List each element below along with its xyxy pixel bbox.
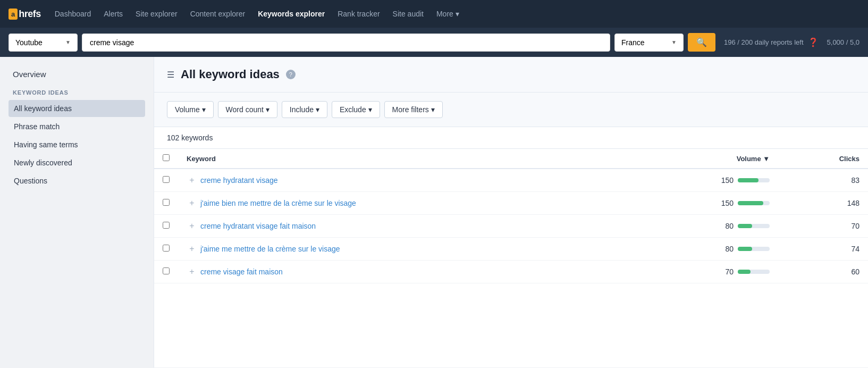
th-checkbox: [154, 149, 178, 169]
select-all-checkbox[interactable]: [163, 154, 170, 161]
main-layout: Overview KEYWORD IDEAS All keyword ideas…: [0, 57, 868, 367]
row-checkbox-1[interactable]: [163, 199, 170, 206]
keyword-link-2[interactable]: creme hydratant visage fait maison: [200, 222, 316, 230]
hamburger-icon[interactable]: ☰: [167, 70, 174, 80]
volume-value-3: 80: [715, 245, 734, 253]
filter-word-count[interactable]: Word count ▾: [218, 101, 277, 118]
volume-bar-track-1: [738, 201, 770, 205]
th-keyword[interactable]: Keyword: [178, 149, 627, 169]
filter-exclude[interactable]: Exclude ▾: [332, 101, 380, 118]
search-button[interactable]: 🔍: [688, 33, 715, 52]
th-clicks[interactable]: Clicks: [778, 149, 868, 169]
page-help-icon[interactable]: ?: [286, 70, 296, 79]
sidebar-item-all-keyword-ideas[interactable]: All keyword ideas: [9, 100, 145, 117]
nav-alerts[interactable]: Alerts: [98, 6, 128, 21]
keyword-link-1[interactable]: j'aime bien me mettre de la crème sur le…: [200, 199, 356, 207]
content-area: ☰ All keyword ideas ? Volume ▾ Word coun…: [154, 57, 868, 367]
clicks-value-3: 74: [778, 238, 868, 261]
table-row: + j'aime bien me mettre de la crème sur …: [154, 192, 868, 215]
row-checkbox-2[interactable]: [163, 222, 170, 229]
nav-site-audit[interactable]: Site audit: [387, 6, 429, 21]
logo-icon: a: [9, 9, 18, 20]
clicks-value-1: 148: [778, 192, 868, 215]
page-title: All keyword ideas: [181, 68, 280, 81]
row-checkbox-0[interactable]: [163, 176, 170, 183]
add-keyword-btn-1[interactable]: +: [187, 198, 197, 208]
th-volume[interactable]: Volume ▼: [627, 149, 778, 169]
sidebar-item-newly-discovered[interactable]: Newly discovered: [9, 154, 145, 171]
search-bar: Youtube ▼ France ▼ 🔍 196 / 200 daily rep…: [0, 28, 868, 57]
search-input[interactable]: [82, 34, 610, 52]
add-keyword-btn-2[interactable]: +: [187, 221, 197, 231]
country-select[interactable]: France ▼: [614, 34, 684, 52]
country-label: France: [621, 38, 645, 47]
volume-value-1: 150: [715, 199, 734, 207]
nav-content-explorer[interactable]: Content explorer: [185, 6, 251, 21]
source-chevron-icon: ▼: [65, 39, 71, 45]
sidebar-item-having-same-terms[interactable]: Having same terms: [9, 136, 145, 153]
page-header: ☰ All keyword ideas ?: [154, 57, 868, 93]
logo-text: hrefs: [19, 9, 41, 20]
clicks-value-4: 60: [778, 261, 868, 283]
nav-site-explorer[interactable]: Site explorer: [130, 6, 183, 21]
table-row: + creme visage fait maison 70 60: [154, 261, 868, 283]
nav-keywords-explorer[interactable]: Keywords explorer: [252, 6, 330, 21]
keyword-link-3[interactable]: j'aime me mettre de la crème sur le visa…: [200, 245, 340, 253]
volume-bar-track-2: [738, 224, 770, 228]
table-row: + creme hydratant visage 150 83: [154, 169, 868, 192]
sidebar-overview[interactable]: Overview: [9, 68, 145, 81]
volume-bar-fill-1: [738, 201, 763, 205]
reports-left: 196 / 200 daily reports left: [724, 38, 804, 46]
keyword-link-4[interactable]: creme visage fait maison: [200, 267, 283, 276]
volume-bar-fill-4: [738, 270, 751, 274]
add-keyword-btn-4[interactable]: +: [187, 267, 197, 277]
credits-info: 5,000 / 5,0: [827, 38, 859, 46]
source-label: Youtube: [15, 38, 43, 47]
keywords-count: 102 keywords: [154, 127, 868, 149]
filter-volume[interactable]: Volume ▾: [167, 101, 214, 118]
logo[interactable]: a hrefs: [9, 9, 41, 20]
volume-value-0: 150: [715, 176, 734, 185]
table-row: + creme hydratant visage fait maison 80 …: [154, 215, 868, 238]
table-row: + j'aime me mettre de la crème sur le vi…: [154, 238, 868, 261]
nav-more[interactable]: More ▾: [431, 6, 465, 21]
sidebar-item-questions[interactable]: Questions: [9, 172, 145, 189]
sidebar: Overview KEYWORD IDEAS All keyword ideas…: [0, 57, 154, 367]
sidebar-item-phrase-match[interactable]: Phrase match: [9, 118, 145, 135]
filter-include[interactable]: Include ▾: [282, 101, 327, 118]
volume-bar-fill-0: [738, 178, 759, 182]
reports-help-icon[interactable]: ❓: [808, 37, 819, 47]
source-select[interactable]: Youtube ▼: [9, 34, 78, 52]
filter-more[interactable]: More filters ▾: [384, 101, 443, 118]
nav-rank-tracker[interactable]: Rank tracker: [332, 6, 385, 21]
keyword-link-0[interactable]: creme hydratant visage: [200, 176, 278, 185]
volume-bar-fill-2: [738, 224, 752, 228]
volume-bar-track-3: [738, 247, 770, 251]
row-checkbox-4[interactable]: [163, 267, 170, 274]
volume-value-2: 80: [715, 222, 734, 230]
volume-bar-track-0: [738, 178, 770, 182]
nav-dashboard[interactable]: Dashboard: [49, 6, 97, 21]
volume-bar-fill-3: [738, 247, 752, 251]
add-keyword-btn-0[interactable]: +: [187, 175, 197, 185]
keywords-table: Keyword Volume ▼ Clicks + creme hydratan…: [154, 149, 868, 283]
row-checkbox-3[interactable]: [163, 245, 170, 252]
add-keyword-btn-3[interactable]: +: [187, 244, 197, 254]
volume-bar-track-4: [738, 270, 770, 274]
top-nav: a hrefs Dashboard Alerts Site explorer C…: [0, 0, 868, 28]
clicks-value-0: 83: [778, 169, 868, 192]
volume-value-4: 70: [715, 267, 734, 276]
country-chevron-icon: ▼: [671, 39, 677, 45]
sidebar-section-label: KEYWORD IDEAS: [9, 89, 145, 96]
filters-bar: Volume ▾ Word count ▾ Include ▾ Exclude …: [154, 93, 868, 127]
clicks-value-2: 70: [778, 215, 868, 238]
